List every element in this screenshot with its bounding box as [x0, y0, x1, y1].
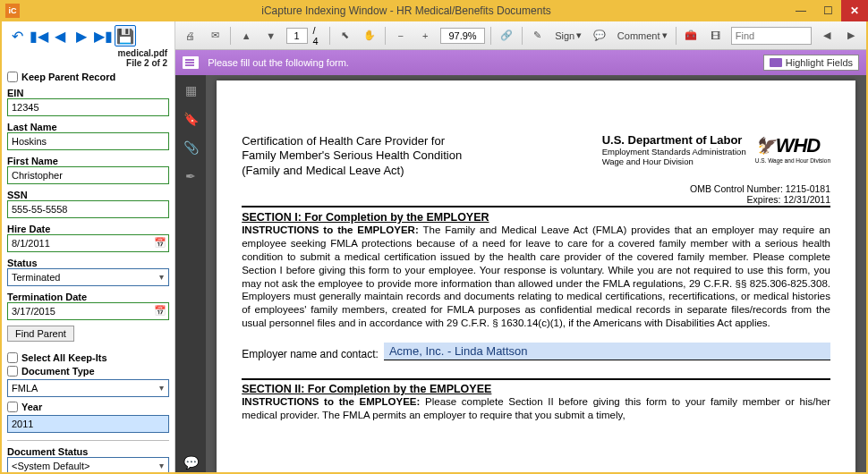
whd-logo: 🦅WHD U.S. Wage and Hour Division	[755, 134, 830, 167]
email-icon[interactable]: ✉	[206, 26, 226, 46]
sign-button[interactable]: Sign ▾	[552, 30, 584, 41]
docstatus-select[interactable]	[7, 457, 169, 472]
ein-label: EIN	[7, 88, 169, 98]
highlight-fields-button[interactable]: Highlight Fields	[763, 55, 859, 71]
select-all-keepits-label: Select All Keep-Its	[21, 352, 107, 363]
comments-panel-icon[interactable]: 💬	[181, 453, 200, 472]
find-parent-button[interactable]: Find Parent	[7, 326, 74, 342]
year-input[interactable]	[7, 415, 169, 433]
multimedia-icon[interactable]: 🎞	[706, 26, 726, 46]
attachments-icon[interactable]: 📎	[181, 138, 200, 157]
keep-parent-checkbox[interactable]	[7, 72, 18, 82]
pdf-page-wrap[interactable]: Certification of Health Care Provider fo…	[206, 75, 866, 472]
hiredate-input[interactable]	[7, 234, 169, 252]
file-name: medical.pdf	[7, 48, 167, 58]
comment-button[interactable]: Comment ▾	[615, 30, 670, 41]
find-input[interactable]	[731, 27, 812, 45]
window-minimize-button[interactable]: —	[787, 0, 814, 21]
doc-cert-title: Certification of Health Care Provider fo…	[242, 134, 462, 178]
ssn-label: SSN	[7, 190, 169, 200]
toolbox-icon[interactable]: 🧰	[682, 26, 702, 46]
bookmarks-icon[interactable]: 🔖	[181, 109, 200, 129]
window-titlebar: iC iCapture Indexing Window - HR Medical…	[0, 0, 868, 21]
thumbnails-icon[interactable]: ▦	[181, 80, 200, 100]
firstname-label: First Name	[7, 156, 169, 166]
pdf-sidebar: ▦ 🔖 📎 ✒ 💬	[175, 75, 206, 472]
highlight-icon	[770, 58, 782, 67]
termdate-input[interactable]	[7, 302, 169, 320]
pdf-page: Certification of Health Care Provider fo…	[217, 80, 855, 472]
nav-next-button[interactable]: ▶	[72, 26, 91, 46]
firstname-input[interactable]	[7, 166, 169, 184]
nav-back-button[interactable]: ↶	[7, 26, 27, 46]
file-info: medical.pdf File 2 of 2	[7, 48, 169, 68]
docstatus-label: Document Status	[7, 446, 169, 457]
status-label: Status	[7, 258, 169, 268]
sign-pen-icon[interactable]: ✎	[528, 26, 548, 46]
file-count: File 2 of 2	[7, 58, 167, 68]
employer-contact-field[interactable]: Acme, Inc. - Linda Mattson	[384, 343, 830, 360]
nav-last-button[interactable]: ▶▮	[93, 26, 113, 46]
nav-first-button[interactable]: ▮◀	[29, 26, 48, 46]
select-tool-icon[interactable]: ⬉	[336, 26, 355, 46]
nav-save-button[interactable]: 💾	[115, 25, 136, 47]
doc-section2-title: SECTION II: For Completion by the EMPLOY…	[242, 383, 830, 395]
lastname-label: Last Name	[7, 122, 169, 132]
document-viewer: 🖨 ✉ ▲ ▼ / 4 ⬉ ✋ − + 🔗 ✎ Sign ▾ 💬 Comment…	[175, 21, 866, 472]
page-number-input[interactable]	[286, 28, 308, 44]
form-message-bar: Please fill out the following form. High…	[175, 50, 866, 75]
zoom-in-icon[interactable]: +	[415, 26, 435, 46]
keep-parent-label: Keep Parent Record	[21, 72, 115, 82]
employer-contact-label: Employer name and contact:	[242, 348, 379, 360]
form-icon	[183, 56, 199, 69]
doc-dept: U.S. Department of Labor Employment Stan…	[602, 134, 746, 167]
year-keepit-checkbox[interactable]	[7, 402, 18, 412]
nav-buttons: ↶ ▮◀ ◀ ▶ ▶▮ 💾	[7, 25, 169, 47]
pdf-area: ▦ 🔖 📎 ✒ 💬 Certification of Health Care P…	[175, 75, 866, 472]
doc-instructions-employer: INSTRUCTIONS to the EMPLOYER: The Family…	[242, 224, 830, 331]
share-icon[interactable]: 🔗	[497, 26, 516, 46]
zoom-out-icon[interactable]: −	[391, 26, 411, 46]
select-all-keepits-checkbox[interactable]	[7, 352, 18, 363]
doc-omb: OMB Control Number: 1215-0181 Expires: 1…	[242, 183, 830, 207]
page-total: / 4	[313, 25, 324, 47]
ein-input[interactable]	[7, 98, 169, 116]
year-label: Year	[21, 402, 42, 412]
hand-tool-icon[interactable]: ✋	[360, 26, 379, 46]
lastname-input[interactable]	[7, 132, 169, 150]
doc-instructions-employee: INSTRUCTIONS to the EMPLOYEE: Please com…	[242, 395, 830, 422]
page-up-icon[interactable]: ▲	[236, 26, 256, 46]
comment-bubble-icon[interactable]: 💬	[590, 26, 609, 46]
doc-section1-title: SECTION I: For Completion by the EMPLOYE…	[242, 211, 830, 224]
nav-prev-button[interactable]: ◀	[50, 26, 70, 46]
status-select[interactable]	[7, 268, 169, 286]
find-next-icon[interactable]: ▶	[841, 26, 861, 46]
window-close-button[interactable]: ✕	[841, 0, 868, 21]
find-prev-icon[interactable]: ◀	[817, 26, 837, 46]
doc-employer-contact-row: Employer name and contact: Acme, Inc. - …	[242, 343, 830, 360]
index-panel: ↶ ▮◀ ◀ ▶ ▶▮ 💾 medical.pdf File 2 of 2 Ke…	[2, 21, 175, 472]
separator	[7, 440, 169, 441]
termdate-label: Termination Date	[7, 292, 169, 302]
signatures-icon[interactable]: ✒	[181, 166, 200, 186]
doctype-label: Document Type	[21, 366, 95, 377]
ssn-input[interactable]	[7, 200, 169, 218]
pdf-toolbar: 🖨 ✉ ▲ ▼ / 4 ⬉ ✋ − + 🔗 ✎ Sign ▾ 💬 Comment…	[175, 21, 866, 50]
form-message: Please fill out the following form.	[208, 57, 349, 68]
page-down-icon[interactable]: ▼	[261, 26, 281, 46]
print-icon[interactable]: 🖨	[181, 26, 200, 46]
window-title: iCapture Indexing Window - HR Medical/Be…	[25, 4, 787, 17]
app-icon: iC	[5, 4, 20, 18]
zoom-input[interactable]	[440, 28, 485, 44]
doctype-select[interactable]	[7, 379, 169, 397]
doctype-keepit-checkbox[interactable]	[7, 366, 18, 377]
window-maximize-button[interactable]: ☐	[814, 0, 841, 21]
hiredate-label: Hire Date	[7, 224, 169, 234]
